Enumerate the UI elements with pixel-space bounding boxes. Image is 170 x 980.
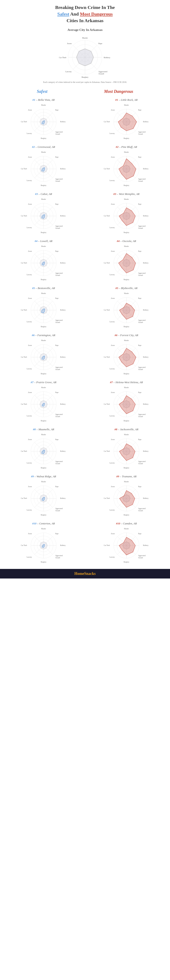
svg-text:Arson: Arson	[28, 109, 32, 111]
svg-text:Car Theft: Car Theft	[104, 309, 110, 311]
danger-city-title: #2 – Pine Bluff, AR	[86, 145, 167, 149]
danger-radar: MurderRapeRobberyAggravatedAssaultBurgla…	[86, 432, 167, 471]
svg-text:Burglary: Burglary	[124, 137, 129, 139]
danger-radar: MurderRapeRobberyAggravatedAssaultBurgla…	[86, 103, 167, 141]
danger-radar: MurderRapeRobberyAggravatedAssaultBurgla…	[86, 338, 167, 376]
svg-text:Assault: Assault	[138, 180, 143, 182]
svg-text:Burglary: Burglary	[124, 514, 129, 516]
footer: HomeSnacks	[0, 569, 170, 579]
svg-text:Aggravated: Aggravated	[55, 178, 63, 180]
danger-city-block: #5 – Blytheville, AR MurderRapeRobberyAg…	[85, 284, 168, 331]
svg-text:Car Theft: Car Theft	[21, 450, 27, 452]
svg-text:Burglary: Burglary	[41, 137, 47, 139]
svg-text:Rape: Rape	[55, 439, 59, 441]
danger-city-title: #6 – Forrest City, AR	[86, 334, 167, 337]
danger-city-title: #3 – West Memphis, AR	[86, 192, 167, 196]
svg-text:Robbery: Robbery	[143, 168, 148, 170]
svg-text:Larceny: Larceny	[109, 415, 115, 417]
avg-radar: Murder Rape Robbery Aggravated Assault B…	[0, 33, 170, 80]
svg-text:Arson: Arson	[28, 486, 32, 488]
svg-text:Murder: Murder	[41, 434, 46, 436]
svg-text:Assault: Assault	[138, 133, 143, 135]
safe-radar: MurderRapeRobberyAggravatedAssaultBurgla…	[3, 385, 84, 423]
safe-city-title: #8 – Maumelle, AR	[3, 428, 84, 431]
pair-row: #9 – Walnut Ridge, AR MurderRapeRobberyA…	[2, 473, 168, 520]
svg-text:Aggravated: Aggravated	[138, 414, 146, 415]
avg-title: Average City In Arkansas	[0, 28, 170, 32]
svg-text:Larceny: Larceny	[109, 556, 115, 558]
svg-text:Arson: Arson	[28, 344, 32, 346]
svg-text:Arson: Arson	[28, 203, 32, 205]
danger-city-title: #8 – Jacksonville, AR	[86, 428, 167, 431]
danger-radar: MurderRapeRobberyAggravatedAssaultBurgla…	[86, 150, 167, 188]
safe-city-block: #2 – Greenwood, AR MurderRapeRobberyAggr…	[2, 143, 85, 190]
svg-text:Burglary: Burglary	[124, 420, 129, 422]
svg-text:Assault: Assault	[55, 133, 60, 135]
safe-city-title: #9 – Walnut Ridge, AR	[3, 475, 84, 478]
safe-radar: MurderRapeRobberyAggravatedAssaultBurgla…	[3, 150, 84, 188]
svg-marker-159	[119, 208, 135, 226]
svg-text:Assault: Assault	[55, 321, 60, 323]
svg-text:Aggravated: Aggravated	[55, 555, 63, 557]
svg-text:Larceny: Larceny	[27, 415, 32, 417]
svg-text:Burglary: Burglary	[124, 467, 129, 469]
svg-text:Aggravated: Aggravated	[55, 225, 63, 227]
svg-text:Aggravated: Aggravated	[138, 461, 146, 463]
safe-city-block: #1 – Bella Vista, AR MurderRapeRobberyAg…	[2, 96, 85, 143]
svg-marker-481	[119, 537, 135, 555]
svg-text:Car Theft: Car Theft	[21, 403, 27, 405]
svg-text:Murder: Murder	[41, 387, 46, 388]
danger-city-title: #7 – Helena-West Helena, AR	[86, 381, 167, 384]
svg-text:Burglary: Burglary	[41, 420, 47, 422]
svg-text:Larceny: Larceny	[27, 462, 32, 464]
pairs-container: #1 – Bella Vista, AR MurderRapeRobberyAg…	[0, 96, 170, 567]
svg-marker-435	[120, 490, 135, 508]
svg-text:Arson: Arson	[28, 533, 32, 535]
svg-text:Rape: Rape	[55, 203, 59, 205]
svg-text:Rape: Rape	[138, 344, 142, 346]
safe-city-title: #5 – Bentonville, AR	[3, 286, 84, 290]
svg-text:Assault: Assault	[138, 321, 143, 323]
svg-marker-12	[77, 49, 93, 66]
svg-text:Rape: Rape	[138, 391, 142, 393]
svg-text:Arson: Arson	[111, 250, 115, 252]
svg-marker-343	[119, 396, 135, 414]
svg-text:Arson: Arson	[28, 156, 32, 158]
svg-text:Rape: Rape	[55, 109, 59, 111]
svg-text:Robbery: Robbery	[143, 544, 148, 546]
danger-radar: MurderRapeRobberyAggravatedAssaultBurgla…	[86, 244, 167, 282]
avg-note: Each category of crime indexed to the wo…	[0, 81, 170, 86]
safe-city-block: #9 – Walnut Ridge, AR MurderRapeRobberyA…	[2, 473, 85, 520]
svg-text:Rape: Rape	[138, 486, 142, 488]
danger-city-block: #3 – West Memphis, AR MurderRapeRobberyA…	[85, 190, 168, 237]
svg-text:Car Theft: Car Theft	[59, 56, 66, 59]
safe-city-block: #5 – Bentonville, AR MurderRapeRobberyAg…	[2, 284, 85, 331]
svg-text:Aggravated: Aggravated	[55, 367, 63, 369]
danger-radar: MurderRapeRobberyAggravatedAssaultBurgla…	[86, 291, 167, 329]
svg-text:Robbery: Robbery	[104, 56, 110, 59]
svg-text:Assault: Assault	[138, 275, 143, 277]
svg-text:Robbery: Robbery	[143, 309, 148, 311]
svg-text:Larceny: Larceny	[27, 132, 32, 134]
pair-row: #6 – Farmington, AR MurderRapeRobberyAgg…	[2, 331, 168, 379]
svg-text:Aggravated: Aggravated	[138, 272, 146, 274]
svg-text:Aggravated: Aggravated	[55, 272, 63, 274]
svg-text:Robbery: Robbery	[60, 450, 66, 452]
danger-radar: MurderRapeRobberyAggravatedAssaultBurgla…	[86, 479, 167, 518]
svg-text:Car Theft: Car Theft	[21, 309, 27, 311]
svg-text:Arson: Arson	[28, 250, 32, 252]
svg-text:Rape: Rape	[55, 298, 59, 299]
svg-text:Assault: Assault	[138, 510, 143, 512]
svg-text:Car Theft: Car Theft	[21, 356, 27, 358]
pair-row: #7 – Prairie Grove, AR MurderRapeRobbery…	[2, 379, 168, 426]
danger-city-block: #7 – Helena-West Helena, AR MurderRapeRo…	[85, 379, 168, 426]
pair-row: #1 – Bella Vista, AR MurderRapeRobberyAg…	[2, 96, 168, 143]
svg-text:Murder: Murder	[41, 293, 46, 294]
svg-text:Larceny: Larceny	[27, 227, 32, 229]
dangerous-column-header: Most Dangerous	[104, 89, 133, 94]
pair-row: #4 – Lowell, AR MurderRapeRobberyAggrava…	[2, 237, 168, 284]
svg-text:Car Theft: Car Theft	[21, 544, 27, 546]
svg-text:Murder: Murder	[124, 293, 129, 294]
safe-city-title: #10 – Centerton, AR	[3, 522, 84, 525]
svg-text:Burglary: Burglary	[124, 373, 129, 375]
